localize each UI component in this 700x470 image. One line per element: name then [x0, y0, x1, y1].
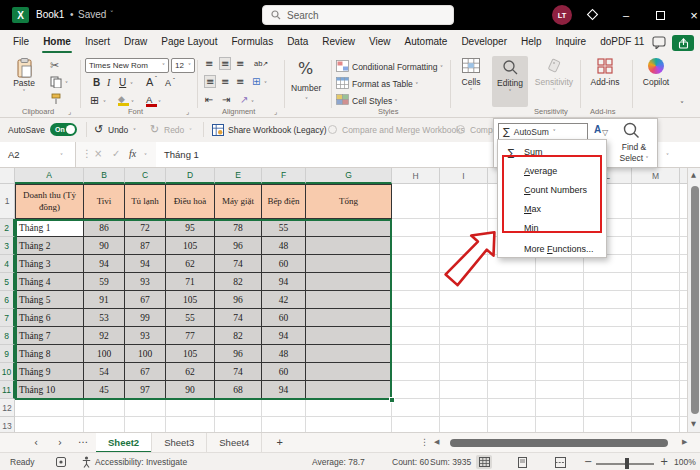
cell-K11[interactable] [536, 381, 584, 399]
orientation-button[interactable]: ↗ [240, 94, 248, 105]
font-size-select[interactable]: 12 ˅ [171, 58, 195, 73]
cell-F13[interactable] [262, 417, 306, 432]
cell-B12[interactable] [84, 399, 125, 417]
scroll-up-icon[interactable]: ▲ [691, 171, 696, 179]
name-box[interactable]: A2 ˅ [0, 142, 76, 167]
cell-K5[interactable] [536, 273, 584, 291]
comments-icon[interactable] [652, 36, 666, 49]
column-header-I[interactable]: I [440, 168, 488, 184]
cell-J10[interactable] [488, 363, 536, 381]
column-header-E[interactable]: E [215, 168, 262, 184]
copy-icon[interactable] [50, 76, 62, 88]
cell-D6[interactable]: 105 [166, 291, 215, 309]
cell-N13[interactable] [680, 417, 687, 432]
cell-M6[interactable] [632, 291, 680, 309]
undo-chevron-icon[interactable]: ˅ [133, 127, 136, 134]
italic-button[interactable]: I [107, 77, 110, 88]
bold-button[interactable]: B [93, 77, 100, 88]
orientation-ab-icon[interactable]: ab↗ [254, 59, 268, 68]
cell-C5[interactable]: 93 [125, 273, 166, 291]
cell-G5[interactable] [306, 273, 392, 291]
maximize-button[interactable] [648, 0, 672, 30]
format-as-table-button[interactable]: Format as Table ˅ [352, 79, 418, 89]
cell-L11[interactable] [584, 381, 632, 399]
cell-M4[interactable] [632, 255, 680, 273]
column-header-M[interactable]: M [632, 168, 680, 184]
cell-E2[interactable]: 78 [215, 219, 262, 237]
cell-B10[interactable]: 54 [84, 363, 125, 381]
cell-L10[interactable] [584, 363, 632, 381]
saved-status[interactable]: Saved [78, 9, 106, 20]
hscroll-left-icon[interactable]: ◀ [434, 438, 439, 446]
cell-N4[interactable] [680, 255, 687, 273]
cell-C4[interactable]: 94 [125, 255, 166, 273]
cell-A8[interactable]: Tháng 7 [15, 327, 84, 345]
cell-F12[interactable] [262, 399, 306, 417]
cell-H10[interactable] [392, 363, 440, 381]
cell-E12[interactable] [215, 399, 262, 417]
prev-sheet-icon[interactable]: ‹ [34, 437, 38, 448]
format-painter-icon[interactable] [50, 93, 62, 105]
cell-A5[interactable]: Tháng 4 [15, 273, 84, 291]
row-header-7[interactable]: 7 [0, 309, 15, 327]
cell-C3[interactable]: 87 [125, 237, 166, 255]
cell-A4[interactable]: Tháng 3 [15, 255, 84, 273]
percent-icon[interactable]: % [298, 59, 313, 78]
cell-K8[interactable] [536, 327, 584, 345]
cell-I7[interactable] [440, 309, 488, 327]
cell-B5[interactable]: 59 [84, 273, 125, 291]
cell-K6[interactable] [536, 291, 584, 309]
cell-G4[interactable] [306, 255, 392, 273]
next-sheet-icon[interactable]: › [58, 437, 62, 448]
cell-G13[interactable] [306, 417, 392, 432]
menu-tab-file[interactable]: File [6, 30, 36, 55]
autosum-menu-item-sum[interactable]: ∑Sum [498, 143, 606, 161]
cell-D13[interactable] [166, 417, 215, 432]
cell-D9[interactable]: 105 [166, 345, 215, 363]
cell-M1[interactable] [632, 184, 680, 219]
cell-A12[interactable] [15, 399, 84, 417]
cell-B2[interactable]: 86 [84, 219, 125, 237]
cell-N1[interactable] [680, 184, 687, 219]
undo-label[interactable]: Undo [108, 125, 128, 135]
cell-E9[interactable]: 96 [215, 345, 262, 363]
user-avatar[interactable]: LT [552, 5, 572, 25]
cell-L6[interactable] [584, 291, 632, 309]
cell-M2[interactable] [632, 219, 680, 237]
cell-E10[interactable]: 74 [215, 363, 262, 381]
cell-A10[interactable]: Tháng 9 [15, 363, 84, 381]
cell-E6[interactable]: 96 [215, 291, 262, 309]
accessibility-status[interactable]: Accessibility: Investigate [95, 457, 187, 467]
cell-H13[interactable] [392, 417, 440, 432]
select-all-corner[interactable] [0, 168, 15, 184]
row-header-1[interactable]: 1 [0, 184, 15, 219]
cell-M13[interactable] [632, 417, 680, 432]
cell-F11[interactable]: 94 [262, 381, 306, 399]
fill-color-button[interactable]: ◆ [118, 94, 129, 106]
cell-B11[interactable]: 45 [84, 381, 125, 399]
page-break-view-button[interactable] [552, 455, 568, 469]
cell-F7[interactable]: 60 [262, 309, 306, 327]
cell-G2[interactable] [306, 219, 392, 237]
menu-tab-inquire[interactable]: Inquire [549, 30, 594, 55]
column-header-N[interactable]: N [680, 168, 687, 184]
merge-center-button[interactable]: ⊞ [252, 76, 260, 87]
cell-N12[interactable] [680, 399, 687, 417]
row-header-6[interactable]: 6 [0, 291, 15, 309]
cell-F10[interactable]: 60 [262, 363, 306, 381]
cell-G3[interactable] [306, 237, 392, 255]
cell-E4[interactable]: 74 [215, 255, 262, 273]
vertical-scroll-thumb[interactable] [691, 186, 699, 414]
autosum-menu-item-average[interactable]: Average [498, 162, 606, 180]
cell-N9[interactable] [680, 345, 687, 363]
cell-G10[interactable] [306, 363, 392, 381]
cell-A1[interactable]: Doanh thu (Tỷ đồng) [15, 184, 84, 219]
cell-N11[interactable] [680, 381, 687, 399]
sheet-tab-sheet4[interactable]: Sheet4 [207, 433, 262, 453]
cell-B8[interactable]: 92 [84, 327, 125, 345]
menu-tab-draw[interactable]: Draw [117, 30, 154, 55]
font-color-button[interactable]: A [146, 94, 157, 107]
cell-D4[interactable]: 62 [166, 255, 215, 273]
cell-H12[interactable] [392, 399, 440, 417]
paste-button[interactable]: Paste ˅ [6, 58, 42, 95]
